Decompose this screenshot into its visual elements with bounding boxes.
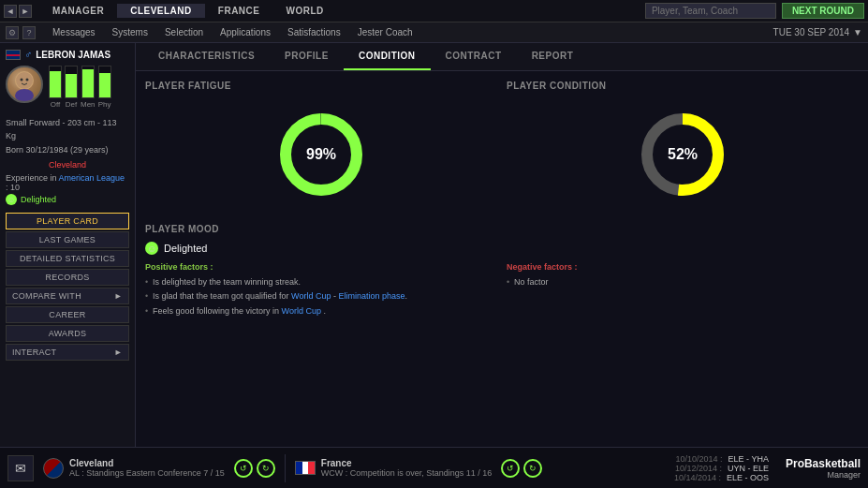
- right-panel: CHARACTERISTICS PROFILE CONDITION CONTRA…: [136, 43, 868, 447]
- top-nav: ◄ ► MANAGER CLEVELAND FRANCE WORLD NEXT …: [0, 0, 868, 22]
- elimination-phase-link[interactable]: Elimination phase: [338, 291, 405, 301]
- tab-condition[interactable]: CONDITION: [344, 43, 431, 70]
- player-flag: [6, 50, 21, 60]
- svg-point-2: [15, 89, 34, 101]
- negative-factor-1: No factor: [507, 275, 859, 289]
- mail-icon[interactable]: ✉: [7, 455, 34, 481]
- svg-point-4: [26, 79, 29, 81]
- tabs-bar: CHARACTERISTICS PROFILE CONDITION CONTRA…: [136, 43, 868, 71]
- subnav-applications[interactable]: Applications: [216, 25, 274, 39]
- stat-phy: Phy: [98, 66, 111, 109]
- tab-characteristics[interactable]: CHARACTERISTICS: [143, 43, 270, 70]
- player-avatar: [6, 66, 43, 103]
- watermark-title: ProBasketball: [786, 457, 861, 470]
- news-item-1: 10/10/2014 : ELE - YHA: [674, 454, 769, 464]
- negative-factors: Negative factors : No factor: [507, 262, 859, 318]
- france-name: France: [321, 458, 493, 468]
- sub-nav: ⚙ ? Messages Systems Selection Applicati…: [0, 22, 868, 43]
- positive-factors: Positive factors : Is delighted by the t…: [145, 262, 497, 318]
- svg-point-3: [21, 79, 23, 81]
- player-info: Small Forward - 203 cm - 113 Kg Born 30/…: [6, 116, 129, 156]
- bottom-bar: ✉ Cleveland AL : Standings Eastern Confe…: [0, 447, 868, 488]
- last-games-btn[interactable]: LAST GAMES: [6, 231, 129, 248]
- tab-contract[interactable]: CONTRACT: [431, 43, 517, 70]
- bottom-news: 10/10/2014 : ELE - YHA 10/12/2014 : UYN …: [674, 454, 769, 482]
- fatigue-donut: 99%: [274, 108, 368, 201]
- detailed-stats-btn[interactable]: DETAILED STATISTICS: [6, 250, 129, 267]
- stat-bar-phy: [98, 66, 111, 98]
- world-cup-link-2[interactable]: World Cup: [282, 306, 321, 316]
- tab-profile[interactable]: PROFILE: [270, 43, 344, 70]
- subnav-satisfactions[interactable]: Satisfactions: [284, 25, 345, 39]
- subnav-systems[interactable]: Systems: [109, 25, 152, 39]
- positive-factor-3: Feels good following the victory in Worl…: [145, 304, 497, 318]
- tab-report[interactable]: REPORT: [517, 43, 589, 70]
- nav-tab-world[interactable]: WORLD: [272, 4, 336, 18]
- france-flag: [295, 461, 316, 475]
- france-rotation-icons: ↺ ↻: [501, 459, 542, 478]
- nav-tabs: MANAGER CLEVELAND FRANCE WORLD: [39, 4, 645, 18]
- help-icon[interactable]: ?: [22, 26, 36, 39]
- app-container: ◄ ► MANAGER CLEVELAND FRANCE WORLD NEXT …: [0, 0, 868, 488]
- left-panel: ♂ LEBRON JAMAS: [0, 43, 136, 447]
- rot-icon-3[interactable]: ↺: [501, 459, 520, 478]
- negative-factors-title: Negative factors :: [507, 262, 859, 272]
- factors-grid: Positive factors : Is delighted by the t…: [145, 262, 859, 318]
- stat-bars: Off Def Men: [49, 66, 111, 109]
- nav-tab-cleveland[interactable]: CLEVELAND: [117, 4, 205, 18]
- content-grid: PLAYER FATIGUE 99%: [145, 81, 859, 318]
- subnav-jester[interactable]: Jester Coach: [354, 25, 417, 39]
- rot-icon-1[interactable]: ↺: [234, 459, 253, 478]
- next-round-button[interactable]: NEXT ROUND: [782, 3, 864, 19]
- stat-def: Def: [65, 66, 78, 109]
- sub-nav-icons: ⚙ ?: [6, 26, 36, 39]
- bottom-divider: [285, 454, 286, 482]
- cleveland-rotation-icons: ↺ ↻: [234, 459, 275, 478]
- bottom-france-team: France WCW : Competition is over, Standi…: [295, 458, 493, 478]
- records-btn[interactable]: RECORDS: [6, 269, 129, 286]
- condition-title: PLAYER CONDITION: [507, 81, 859, 91]
- mood-name-label: Delighted: [164, 243, 207, 254]
- player-buttons: PLAYER CARD LAST GAMES DETAILED STATISTI…: [6, 213, 129, 361]
- news-item-2: 10/12/2014 : UYN - ELE: [674, 464, 769, 473]
- interact-btn[interactable]: INTERACT►: [6, 344, 129, 361]
- rot-icon-2[interactable]: ↻: [257, 459, 275, 478]
- mood-icon: ☺: [6, 194, 17, 205]
- france-info: France WCW : Competition is over, Standi…: [321, 458, 493, 478]
- cleveland-badge: [43, 458, 64, 479]
- back-arrow[interactable]: ◄: [4, 5, 17, 18]
- nav-arrows: ◄ ►: [4, 5, 32, 18]
- search-input[interactable]: [645, 3, 776, 19]
- world-cup-link[interactable]: World Cup: [291, 291, 331, 301]
- career-btn[interactable]: CAREER: [6, 306, 129, 323]
- forward-arrow[interactable]: ►: [19, 5, 32, 18]
- mood-indicator-icon: ☺: [145, 242, 158, 255]
- awards-btn[interactable]: AWARDS: [6, 325, 129, 342]
- subnav-selection[interactable]: Selection: [161, 25, 207, 39]
- condition-section: PLAYER CONDITION 52%: [507, 81, 859, 211]
- subnav-messages[interactable]: Messages: [49, 25, 99, 39]
- player-mood: ☺ Delighted: [6, 194, 129, 205]
- stat-bar-def: [65, 66, 78, 98]
- svg-point-1: [16, 72, 33, 89]
- stat-bar-off: [49, 66, 62, 98]
- player-header: ♂ LEBRON JAMAS: [6, 49, 129, 60]
- fatigue-value: 99%: [306, 146, 336, 163]
- player-league: Experience in American League : 10: [6, 173, 129, 192]
- league-link[interactable]: American League: [59, 173, 125, 183]
- player-card-btn[interactable]: PLAYER CARD: [6, 213, 129, 229]
- compare-with-btn[interactable]: COMPARE WITH►: [6, 288, 129, 304]
- settings-icon[interactable]: ⚙: [6, 26, 19, 39]
- cleveland-standing: AL : Standings Eastern Conference 7 / 15: [69, 468, 225, 478]
- stat-bar-men: [81, 66, 95, 98]
- fatigue-title: PLAYER FATIGUE: [145, 81, 497, 91]
- rot-icon-4[interactable]: ↻: [523, 459, 542, 478]
- fatigue-donut-container: 99%: [145, 98, 497, 211]
- nav-tab-france[interactable]: FRANCE: [205, 4, 273, 18]
- condition-donut-container: 52%: [507, 98, 859, 211]
- positive-factor-1: Is delighted by the team winning streak.: [145, 275, 497, 289]
- player-team: Cleveland: [6, 160, 129, 170]
- gender-icon: ♂: [24, 49, 32, 60]
- cleveland-info: Cleveland AL : Standings Eastern Confere…: [69, 458, 225, 478]
- nav-tab-manager[interactable]: MANAGER: [39, 4, 117, 18]
